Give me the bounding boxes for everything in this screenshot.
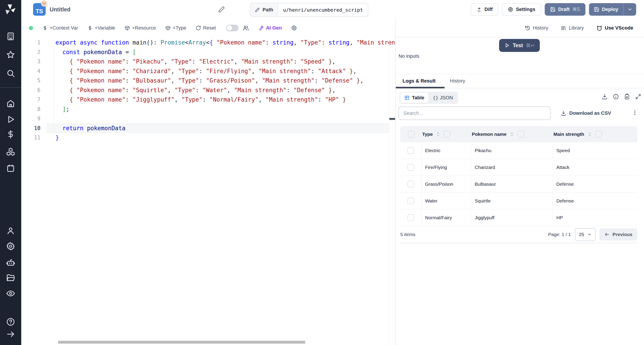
row-checkbox[interactable] — [408, 164, 414, 171]
column-filter-checkbox[interactable] — [518, 131, 524, 138]
editor-settings-gear-icon[interactable] — [291, 25, 297, 31]
home-icon[interactable] — [6, 99, 15, 108]
add-type-button[interactable]: +Type — [165, 25, 186, 31]
maximize-icon[interactable] — [635, 94, 641, 100]
select-all-checkbox[interactable] — [408, 131, 414, 138]
column-header-main-strength[interactable]: Main strength — [552, 131, 637, 138]
code-line[interactable]: ]; — [46, 105, 389, 114]
page-size-select[interactable]: 25 — [575, 228, 596, 241]
row-checkbox[interactable] — [408, 181, 414, 187]
code-line[interactable]: return pokemonData — [46, 124, 389, 133]
row-checkbox[interactable] — [408, 147, 414, 154]
play-icon — [504, 43, 510, 48]
reset-button[interactable]: Reset — [196, 25, 216, 31]
add-variable-button[interactable]: +Variable — [88, 25, 115, 31]
code-line[interactable]: export async function main(): Promise<Ar… — [46, 38, 389, 48]
download-icon — [561, 111, 566, 116]
table-icon — [404, 95, 410, 101]
dollar-icon — [88, 26, 92, 31]
package-icon — [165, 25, 170, 31]
table-row[interactable]: Fire/FlyingCharizardAttack — [400, 159, 637, 176]
table-row[interactable]: ElectricPikachuSpeed — [400, 142, 637, 159]
code-content[interactable]: export async function main(): Promise<Ar… — [46, 38, 389, 143]
sort-icon[interactable] — [436, 132, 440, 137]
download-csv-button[interactable]: Download as CSV — [561, 110, 611, 116]
row-checkbox[interactable] — [408, 198, 414, 204]
view-table-button[interactable]: Table — [400, 93, 428, 103]
user-icon[interactable] — [6, 226, 15, 235]
settings-gear-icon[interactable] — [6, 242, 15, 251]
code-line[interactable]: { "Pokemon name": "Squirtle", "Type": "W… — [46, 86, 389, 95]
workspace-building-icon[interactable] — [6, 32, 15, 41]
search-icon[interactable] — [6, 69, 15, 78]
deploy-dropdown[interactable] — [624, 3, 636, 16]
settings-button[interactable]: Settings — [502, 3, 541, 16]
windmill-logo[interactable] — [3, 3, 18, 17]
code-editor[interactable]: 1234567891011 export async function main… — [21, 37, 395, 345]
table-cell: Grass/Poison — [421, 176, 471, 192]
code-line[interactable] — [46, 114, 389, 124]
table-row[interactable]: WaterSquirtleDefense — [400, 193, 637, 209]
code-line[interactable]: const pokemonData = [ — [46, 48, 389, 57]
library-button[interactable]: Library — [561, 25, 584, 31]
editor-toolbar: +Context Var +Variable +Resource +Type R… — [21, 19, 644, 37]
sort-icon[interactable] — [510, 132, 514, 137]
table-footer: 5 items Page: 1 / 1 25 Previous — [400, 226, 637, 243]
draft-button[interactable]: Draft ⌘S — [545, 3, 586, 16]
plus-minus-icon — [476, 7, 482, 12]
table-cell: Normal/Fairy — [421, 209, 471, 226]
info-icon[interactable] — [613, 94, 619, 100]
add-resource-button[interactable]: +Resource — [124, 25, 156, 31]
multiplayer-toggle[interactable] — [226, 25, 238, 31]
table-row[interactable]: Grass/PoisonBulbasaurDefense — [400, 176, 637, 193]
ai-gen-button[interactable]: AI Gen — [258, 25, 282, 31]
library-icon — [561, 25, 566, 31]
column-header-type[interactable]: Type — [421, 131, 471, 138]
variables-dollar-icon[interactable] — [6, 130, 15, 139]
audit-eye-icon[interactable] — [6, 289, 15, 298]
use-vscode-button[interactable]: Use VScode — [596, 25, 633, 31]
chevron-down-icon — [587, 232, 592, 237]
table-header: Type Pokemon name Main strength — [400, 126, 637, 142]
search-input[interactable] — [398, 107, 550, 120]
add-context-var-button[interactable]: +Context Var — [42, 25, 78, 31]
editor-horizontal-scrollbar[interactable] — [58, 341, 305, 344]
test-button[interactable]: Test ⌘↵ — [499, 39, 540, 52]
help-icon[interactable] — [6, 317, 15, 326]
favorites-star-icon[interactable] — [6, 50, 15, 59]
table-row[interactable]: Normal/FairyJigglypuffHP — [400, 209, 637, 226]
column-filter-checkbox[interactable] — [595, 131, 602, 138]
column-header-pokemon-name[interactable]: Pokemon name — [471, 131, 552, 138]
package-icon — [124, 25, 130, 31]
path-field[interactable]: Path u/henri/unencumbered_script — [250, 3, 368, 17]
previous-page-button[interactable]: Previous — [599, 228, 637, 240]
expand-arrow-icon[interactable] — [6, 329, 15, 339]
panel-divider[interactable] — [395, 19, 396, 345]
column-filter-checkbox[interactable] — [444, 131, 450, 138]
emoji-sticker — [41, 1, 47, 7]
schedules-calendar-icon[interactable] — [6, 164, 15, 173]
download-icon[interactable] — [602, 94, 608, 100]
folders-icon[interactable] — [6, 273, 15, 282]
code-line[interactable]: { "Pokemon name": "Charizard", "Type": "… — [46, 67, 389, 76]
workers-robot-icon[interactable] — [6, 258, 15, 267]
clipboard-copy-icon[interactable] — [624, 94, 630, 100]
runs-play-icon[interactable] — [6, 115, 15, 124]
code-line[interactable]: { "Pokemon name": "Bulbasaur", "Type": "… — [46, 76, 389, 86]
diff-button[interactable]: Diff — [471, 3, 499, 16]
more-options-icon[interactable] — [632, 110, 638, 117]
tab-history[interactable]: History — [447, 78, 468, 84]
topbar-actions: Diff Settings Draft ⌘S Deploy — [471, 3, 636, 16]
code-line[interactable]: { "Pokemon name": "Pikachu", "Type": "El… — [46, 57, 389, 67]
sort-icon[interactable] — [588, 132, 592, 137]
code-line[interactable]: { "Pokemon name": "Jigglypuff", "Type": … — [46, 95, 389, 105]
row-checkbox[interactable] — [408, 214, 414, 221]
deploy-button[interactable]: Deploy — [589, 3, 623, 16]
view-json-button[interactable]: { } JSON — [429, 93, 457, 103]
history-button[interactable]: History — [525, 25, 548, 31]
tab-logs-and-result[interactable]: Logs & Result — [399, 78, 439, 84]
code-line[interactable]: } — [46, 133, 389, 143]
top-bar: TS Untitled Path u/henri/unencumbered_sc… — [21, 0, 644, 19]
edit-title-pencil-icon[interactable] — [218, 6, 225, 13]
resources-boxes-icon[interactable] — [6, 147, 15, 156]
